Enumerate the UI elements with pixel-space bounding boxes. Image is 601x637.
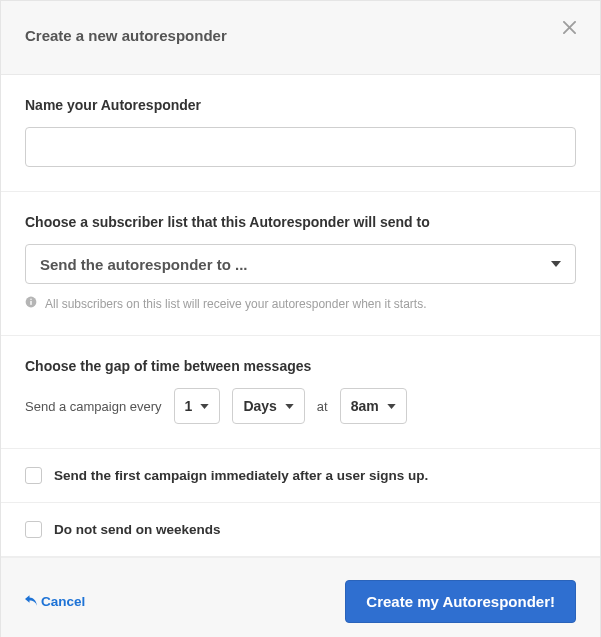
gap-unit-select[interactable]: Days <box>232 388 304 424</box>
list-hint-text: All subscribers on this list will receiv… <box>45 297 427 311</box>
cancel-label: Cancel <box>41 594 85 609</box>
gap-section: Choose the gap of time between messages … <box>1 336 600 449</box>
modal-title: Create a new autoresponder <box>25 27 227 44</box>
modal-header: Create a new autoresponder <box>1 1 600 75</box>
gap-prefix: Send a campaign every <box>25 399 162 414</box>
close-icon <box>563 21 576 34</box>
svg-point-2 <box>30 298 32 300</box>
subscriber-list-select[interactable]: Send the autoresponder to ... <box>25 244 576 284</box>
first-immediately-section: Send the first campaign immediately afte… <box>1 449 600 503</box>
subscriber-list-section: Choose a subscriber list that this Autor… <box>1 192 600 336</box>
gap-time-select[interactable]: 8am <box>340 388 407 424</box>
close-button[interactable] <box>563 21 576 34</box>
name-section: Name your Autoresponder <box>1 75 600 192</box>
gap-row: Send a campaign every 1 Days at 8am <box>25 388 576 424</box>
gap-at-label: at <box>317 399 328 414</box>
chevron-down-icon <box>200 404 209 409</box>
list-hint: All subscribers on this list will receiv… <box>25 296 576 311</box>
gap-unit-value: Days <box>243 398 276 414</box>
chevron-down-icon <box>551 261 561 267</box>
subscriber-list-selected: Send the autoresponder to ... <box>40 256 248 273</box>
list-label: Choose a subscriber list that this Autor… <box>25 214 576 230</box>
first-immediately-checkbox[interactable] <box>25 467 42 484</box>
chevron-down-icon <box>387 404 396 409</box>
name-label: Name your Autoresponder <box>25 97 576 113</box>
cancel-button[interactable]: Cancel <box>25 594 85 609</box>
create-autoresponder-button[interactable]: Create my Autoresponder! <box>345 580 576 623</box>
create-autoresponder-modal: Create a new autoresponder Name your Aut… <box>0 0 601 637</box>
gap-label: Choose the gap of time between messages <box>25 358 576 374</box>
skip-weekends-checkbox[interactable] <box>25 521 42 538</box>
reply-arrow-icon <box>25 594 37 609</box>
skip-weekends-label: Do not send on weekends <box>54 522 221 537</box>
info-icon <box>25 296 37 311</box>
gap-time-value: 8am <box>351 398 379 414</box>
chevron-down-icon <box>285 404 294 409</box>
skip-weekends-section: Do not send on weekends <box>1 503 600 557</box>
svg-rect-1 <box>30 301 32 305</box>
modal-footer: Cancel Create my Autoresponder! <box>1 557 600 637</box>
gap-count-value: 1 <box>185 398 193 414</box>
first-immediately-label: Send the first campaign immediately afte… <box>54 468 428 483</box>
autoresponder-name-input[interactable] <box>25 127 576 167</box>
gap-count-select[interactable]: 1 <box>174 388 221 424</box>
